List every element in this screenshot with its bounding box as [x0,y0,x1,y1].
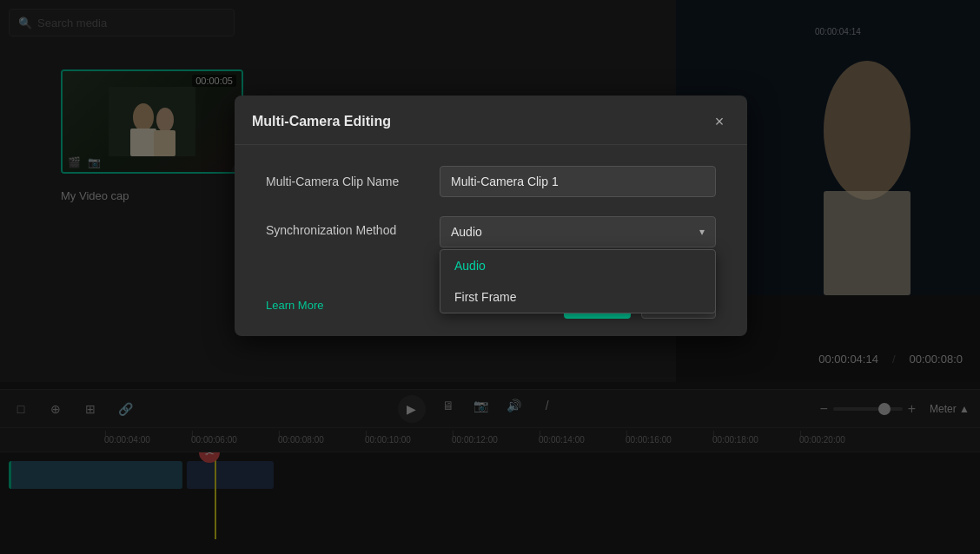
dialog-close-button[interactable]: × [709,111,730,132]
dropdown-item-first-frame[interactable]: First Frame [440,281,715,313]
learn-more-link[interactable]: Learn More [266,299,323,312]
dialog-header: Multi-Camera Editing × [235,96,747,145]
chevron-down-icon: ▾ [699,226,705,238]
sync-method-row: Synchronization Method Audio ▾ Audio Fir… [266,216,716,247]
first-frame-option-label: First Frame [454,290,517,304]
sync-method-label: Synchronization Method [266,216,440,237]
sync-method-dropdown-list: Audio First Frame [440,249,716,313]
sync-method-dropdown[interactable]: Audio ▾ [440,216,716,247]
dialog-body: Multi-Camera Clip Name Synchronization M… [235,145,747,275]
dialog-title: Multi-Camera Editing [252,114,391,129]
sync-method-value: Audio [451,225,482,239]
dropdown-item-audio[interactable]: Audio [440,250,715,281]
clip-name-label: Multi-Camera Clip Name [266,175,440,188]
clip-name-input[interactable] [440,166,716,197]
sync-method-dropdown-wrapper: Audio ▾ Audio First Frame [440,216,716,247]
clip-name-row: Multi-Camera Clip Name [266,166,716,197]
multi-camera-dialog: Multi-Camera Editing × Multi-Camera Clip… [235,96,747,336]
audio-option-label: Audio [454,259,486,273]
